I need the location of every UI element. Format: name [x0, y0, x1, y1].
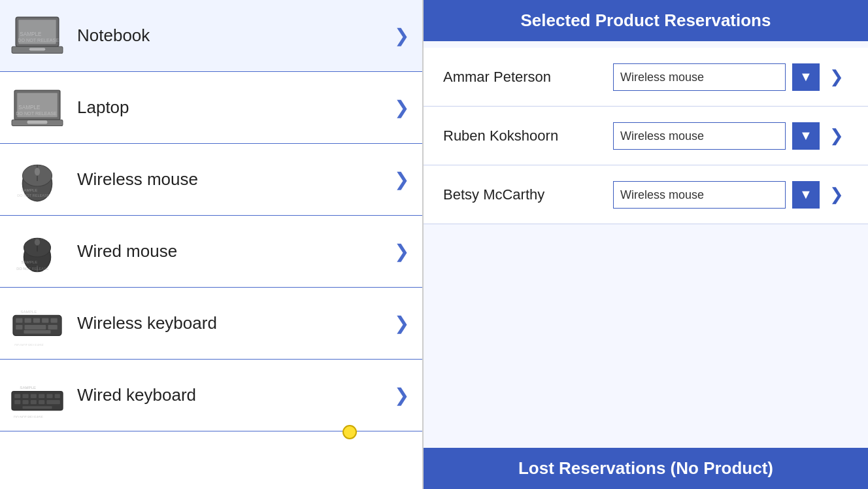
- select-wrapper-ammar: Wireless mouseWired mouseLaptopNotebook …: [613, 63, 820, 91]
- product-list: SAMPLE DO NOT RELEASE Notebook ❯ SAMPLE …: [0, 0, 424, 489]
- product-select-ruben[interactable]: Wireless mouseWired mouseLaptopNotebook: [613, 122, 786, 150]
- product-label-notebook: Notebook: [64, 25, 391, 46]
- wkeyboard-icon: SAMPLE DO NOT RELEASE: [10, 300, 64, 347]
- svg-rect-49: [46, 400, 59, 404]
- svg-rect-39: [14, 394, 20, 397]
- chevron-right-icon: ❯: [391, 241, 412, 262]
- svg-rect-3: [29, 48, 46, 50]
- svg-rect-35: [24, 330, 51, 333]
- svg-point-21: [35, 239, 40, 245]
- svg-rect-29: [42, 318, 48, 322]
- svg-rect-47: [31, 400, 37, 404]
- svg-rect-41: [31, 394, 37, 397]
- product-item-wireless-mouse[interactable]: SAMPLE DO NOT RELEASE Wireless mouse ❯: [0, 144, 422, 216]
- reservation-row-betsy: Betsy McCarthy Wireless mouseWired mouse…: [424, 165, 868, 224]
- svg-rect-28: [33, 318, 40, 322]
- reservations-list: Ammar Peterson Wireless mouseWired mouse…: [424, 41, 868, 435]
- product-label-wireless-keyboard: Wireless keyboard: [64, 313, 391, 333]
- svg-text:SAMPLE: SAMPLE: [18, 105, 41, 110]
- select-arrow-ammar[interactable]: ▼: [792, 63, 820, 91]
- wmouse-icon: SAMPLE DO NOT RELEASE: [10, 156, 64, 203]
- chevron-right-icon: ❯: [391, 169, 412, 190]
- select-arrow-ruben[interactable]: ▼: [792, 122, 820, 150]
- svg-text:SAMPLE: SAMPLE: [21, 260, 37, 264]
- svg-text:DO NOT RELEASE: DO NOT RELEASE: [18, 38, 59, 43]
- svg-point-15: [35, 167, 40, 175]
- right-panel: Selected Product Reservations Ammar Pete…: [424, 0, 868, 489]
- product-select-betsy[interactable]: Wireless mouseWired mouseLaptopNotebook: [613, 181, 786, 209]
- svg-rect-44: [55, 394, 60, 397]
- svg-text:SAMPLE: SAMPLE: [20, 384, 36, 389]
- svg-text:DO NOT RELEASE: DO NOT RELEASE: [14, 414, 43, 418]
- svg-rect-26: [16, 318, 22, 322]
- svg-rect-45: [14, 400, 20, 404]
- svg-text:DO NOT RELEASE: DO NOT RELEASE: [14, 343, 44, 346]
- row-chevron-ruben[interactable]: ❯: [825, 124, 848, 148]
- row-chevron-betsy[interactable]: ❯: [825, 183, 848, 207]
- svg-text:DO NOT RELEASE: DO NOT RELEASE: [16, 111, 57, 116]
- product-select-ammar[interactable]: Wireless mouseWired mouseLaptopNotebook: [613, 63, 786, 91]
- chevron-right-icon: ❯: [391, 313, 412, 334]
- svg-rect-48: [39, 400, 44, 404]
- svg-rect-31: [16, 325, 22, 329]
- wdkeyboard-icon: SAMPLE DO NOT RELEASE: [10, 372, 64, 419]
- row-chevron-ammar[interactable]: ❯: [825, 65, 848, 89]
- selected-header: Selected Product Reservations: [424, 0, 868, 41]
- notebook-icon: SAMPLE DO NOT RELEASE: [10, 12, 64, 59]
- product-label-wired-mouse: Wired mouse: [64, 241, 391, 261]
- svg-text:SAMPLE: SAMPLE: [20, 309, 37, 314]
- chevron-right-icon: ❯: [391, 385, 412, 406]
- svg-rect-42: [39, 394, 44, 397]
- chevron-right-icon: ❯: [391, 25, 412, 46]
- svg-rect-33: [27, 325, 46, 329]
- select-arrow-betsy[interactable]: ▼: [792, 181, 820, 209]
- select-wrapper-ruben: Wireless mouseWired mouseLaptopNotebook …: [613, 122, 820, 150]
- reservation-row-ruben: Ruben Kokshoorn Wireless mouseWired mous…: [424, 107, 868, 165]
- svg-rect-9: [27, 120, 48, 124]
- svg-text:SAMPLE: SAMPLE: [21, 188, 37, 192]
- reservation-name-ammar: Ammar Peterson: [443, 69, 613, 86]
- product-item-notebook[interactable]: SAMPLE DO NOT RELEASE Notebook ❯: [0, 0, 422, 72]
- svg-rect-30: [50, 318, 57, 322]
- svg-text:DO NOT RELEASE: DO NOT RELEASE: [17, 194, 50, 197]
- svg-text:DO NOT RELEASE: DO NOT RELEASE: [16, 266, 49, 270]
- product-item-laptop[interactable]: SAMPLE DO NOT RELEASE Laptop ❯: [0, 72, 422, 144]
- product-label-wireless-mouse: Wireless mouse: [64, 169, 391, 190]
- svg-rect-27: [25, 318, 31, 322]
- reservation-name-betsy: Betsy McCarthy: [443, 186, 613, 203]
- product-item-wired-mouse[interactable]: SAMPLE DO NOT RELEASE Wired mouse ❯: [0, 216, 422, 288]
- product-item-wireless-keyboard[interactable]: SAMPLE DO NOT RELEASE Wireless keyboard …: [0, 288, 422, 360]
- svg-rect-46: [22, 400, 28, 404]
- wdmouse-icon: SAMPLE DO NOT RELEASE: [10, 228, 64, 275]
- product-label-wired-keyboard: Wired keyboard: [64, 385, 391, 405]
- reservation-row-ammar: Ammar Peterson Wireless mouseWired mouse…: [424, 48, 868, 107]
- svg-rect-43: [46, 394, 52, 397]
- svg-rect-34: [48, 325, 57, 329]
- select-wrapper-betsy: Wireless mouseWired mouseLaptopNotebook …: [613, 181, 820, 209]
- product-item-wired-keyboard[interactable]: SAMPLE DO NOT RELEASE Wired keyboard ❯: [0, 360, 422, 431]
- chevron-right-icon: ❯: [391, 97, 412, 118]
- lost-header: Lost Reservations (No Product): [424, 448, 868, 489]
- laptop-icon: SAMPLE DO NOT RELEASE: [10, 84, 64, 131]
- reservation-name-ruben: Ruben Kokshoorn: [443, 127, 613, 144]
- product-label-laptop: Laptop: [64, 97, 391, 118]
- svg-rect-40: [22, 394, 28, 397]
- svg-rect-50: [22, 406, 52, 409]
- svg-text:SAMPLE: SAMPLE: [20, 31, 42, 37]
